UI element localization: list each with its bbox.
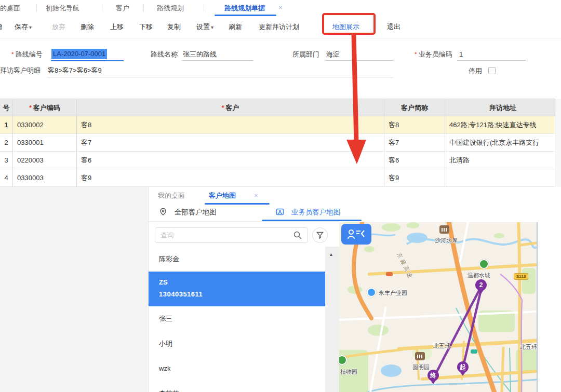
- tab-init-nav[interactable]: 初始化导航: [46, 4, 79, 12]
- filter-button[interactable]: [312, 227, 328, 243]
- close-icon[interactable]: ×: [278, 4, 283, 11]
- map-marker-start[interactable]: 起: [457, 361, 469, 373]
- map-display-button[interactable]: 地图展示: [332, 22, 359, 32]
- route-name-underline: [182, 60, 253, 61]
- cell-visit-address[interactable]: [445, 169, 561, 187]
- map-label: 圆明园: [412, 363, 430, 371]
- table-row[interactable]: 1 0330002 客8 客8 462路;专121路;快速直达专线: [0, 116, 561, 134]
- header-customer-short: 客户简称: [384, 99, 445, 116]
- list-item[interactable]: 李芬芬: [149, 381, 325, 392]
- header-customer: 客户: [77, 99, 384, 116]
- header-visit-address: 拜访地址: [445, 99, 561, 116]
- cell-customer-short[interactable]: 客9: [384, 169, 445, 187]
- cell-customer-code[interactable]: 0220003: [13, 152, 77, 169]
- delete-button[interactable]: 删除: [81, 22, 94, 32]
- panel-tab-customer-map[interactable]: 客户地图: [209, 191, 236, 200]
- close-icon[interactable]: ×: [254, 192, 258, 199]
- cell-customer[interactable]: 客6: [77, 152, 384, 169]
- map-label: 北五环: [433, 342, 450, 350]
- map-roads-layer: [339, 222, 537, 392]
- cell-customer[interactable]: 客7: [77, 134, 384, 152]
- visit-detail-label: 拜访客户明细: [0, 66, 41, 75]
- route-name-input[interactable]: 张三的路线: [183, 50, 217, 59]
- table-row[interactable]: 4 0330003 客9 客9: [0, 169, 561, 187]
- cell-customer-code[interactable]: 0330003: [13, 169, 77, 187]
- route-no-label: 路线编号: [11, 50, 43, 59]
- cell-customer[interactable]: 客8: [77, 116, 384, 134]
- settings-button[interactable]: 设置▾: [196, 22, 213, 32]
- move-down-button[interactable]: 下移: [139, 22, 153, 32]
- cell-customer-short[interactable]: 客7: [384, 134, 445, 152]
- cell-visit-address[interactable]: 中国建设银行(北京永丰路支行: [445, 134, 561, 152]
- route-form: 路线编号 LA-2020-07-0001 路线名称 张三的路线 所属部门 海淀 …: [0, 38, 561, 99]
- tab-customer[interactable]: 客户: [116, 4, 129, 12]
- list-scrollbar[interactable]: ▲: [325, 247, 339, 392]
- copy-button[interactable]: 复制: [167, 22, 181, 32]
- move-up-button[interactable]: 上移: [110, 22, 124, 32]
- salesman-phone: 13040351611: [159, 286, 325, 298]
- cell-visit-address[interactable]: 462路;专121路;快速直达专线: [445, 116, 561, 134]
- cell-no: 4: [0, 169, 13, 187]
- road-badge: [471, 349, 477, 354]
- cell-customer-code[interactable]: 0330002: [13, 116, 77, 134]
- customer-map-panel: 我的桌面 客户地图 × 全部客户地图 业务员客户地图: [148, 187, 561, 392]
- road-badge: S213: [514, 273, 528, 280]
- road-badge: [386, 272, 393, 276]
- salesman-list: 陈彩金 ZS 13040351611 张三 小明 wzk 李芬芬: [149, 247, 325, 392]
- route-no-input[interactable]: LA-2020-07-0001: [51, 49, 107, 59]
- tab-my-desktop[interactable]: 我的桌面: [0, 4, 20, 12]
- visit-detail-input[interactable]: 客8>客7>客6>客9: [48, 66, 102, 75]
- collapse-salesman-list-button[interactable]: [341, 224, 371, 245]
- map-canvas[interactable]: S213 沙河水库 温都水城 永丰产业园 京藏高速 北五环 北五环 圆明园 植物…: [339, 222, 538, 392]
- scroll-up-icon[interactable]: ▲: [329, 252, 333, 257]
- cell-customer[interactable]: 客9: [77, 169, 384, 187]
- salesman-name: ZS: [159, 272, 325, 286]
- exit-button[interactable]: 退出: [387, 22, 400, 32]
- table-scrollbar[interactable]: [555, 99, 561, 187]
- map-label: 永丰产业园: [379, 289, 407, 297]
- list-item[interactable]: 小明: [149, 331, 325, 356]
- palace-icon: [415, 352, 425, 360]
- header-customer-code: 客户编码: [13, 99, 77, 116]
- reservoir-icon: [439, 225, 449, 234]
- table-row[interactable]: 2 0330001 客7 客7 中国建设银行(北京永丰路支行: [0, 134, 561, 152]
- panel-tab-desktop[interactable]: 我的桌面: [158, 191, 185, 200]
- table-row[interactable]: 3 0220003 客6 客6 北清路: [0, 152, 561, 169]
- cell-visit-address[interactable]: 北清路: [445, 152, 561, 169]
- map-marker-2[interactable]: 2: [475, 279, 487, 291]
- customer-table: 号 客户编码 客户 客户简称 拜访地址 1 0330002 客8 客8 462路…: [0, 99, 561, 187]
- department-underline: [325, 60, 393, 61]
- tab-route-plan[interactable]: 路线规划: [157, 4, 184, 12]
- list-item[interactable]: 陈彩金: [149, 247, 325, 272]
- search-input[interactable]: [155, 227, 308, 243]
- discard-button[interactable]: 放弃: [52, 22, 65, 32]
- map-label: 沙河水库: [435, 237, 458, 245]
- subtab-label: 全部客户地图: [175, 208, 217, 216]
- background-area: [0, 187, 148, 392]
- disabled-checkbox[interactable]: [488, 67, 496, 74]
- list-item[interactable]: 张三: [149, 306, 325, 331]
- subtab-all-customer-map[interactable]: 全部客户地图: [159, 208, 217, 217]
- map-label: 植物园: [340, 368, 357, 376]
- add-button[interactable]: 增: [0, 22, 3, 32]
- chevron-down-icon: ▾: [211, 24, 213, 30]
- route-name-label: 路线名称: [151, 50, 178, 59]
- cell-no: 2: [0, 134, 13, 152]
- update-visit-plan-button[interactable]: 更新拜访计划: [259, 22, 299, 32]
- department-input[interactable]: 海淀: [326, 50, 340, 59]
- tab-route-plan-doc[interactable]: 路线规划单据: [224, 4, 265, 12]
- refresh-button[interactable]: 刷新: [229, 22, 242, 32]
- active-subtab-underline: [262, 220, 362, 221]
- cell-customer-short[interactable]: 客8: [384, 116, 445, 134]
- map-marker-end[interactable]: 终: [428, 370, 439, 381]
- save-button[interactable]: 保存▾: [15, 22, 32, 32]
- tab-separator: [102, 4, 102, 11]
- cell-customer-code[interactable]: 0330001: [13, 134, 77, 152]
- subtab-salesman-customer-map[interactable]: 业务员客户地图: [276, 208, 340, 217]
- list-item[interactable]: wzk: [149, 356, 325, 381]
- cell-customer-short[interactable]: 客6: [384, 152, 445, 169]
- salesman-code-input[interactable]: 1: [459, 50, 463, 59]
- search-icon[interactable]: [293, 231, 302, 240]
- list-item-selected[interactable]: ZS 13040351611: [149, 272, 325, 306]
- table-header-row: 号 客户编码 客户 客户简称 拜访地址: [0, 99, 561, 116]
